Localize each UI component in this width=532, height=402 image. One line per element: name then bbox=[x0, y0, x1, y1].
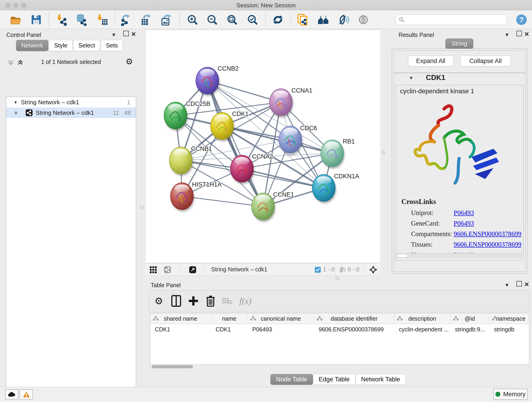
function-builder-icon[interactable]: f(x) bbox=[239, 294, 252, 307]
network-node-CCNB2[interactable]: CCNB2 bbox=[196, 65, 239, 96]
network-node-CDK1[interactable]: CDK1 bbox=[210, 110, 249, 141]
zoom-selected-icon[interactable] bbox=[246, 13, 259, 26]
network-collection-row[interactable]: ▾ String Network – cdk1 1 bbox=[6, 97, 136, 108]
table-hscrollbar[interactable] bbox=[150, 364, 529, 369]
network-node-RB1[interactable]: RB1 bbox=[321, 138, 355, 169]
network-node-CCNA2[interactable]: CCNA2 bbox=[230, 153, 273, 184]
bottom-splitter-handle[interactable] bbox=[336, 277, 340, 280]
crosslink-value-link[interactable]: P06493 bbox=[454, 220, 474, 227]
table-panel-float-icon[interactable] bbox=[516, 281, 522, 287]
table-cell[interactable]: 9606.ENSP00000378699 bbox=[314, 324, 394, 335]
table-cell[interactable]: CDK1 bbox=[211, 324, 248, 335]
expand-all-button[interactable]: Expand All bbox=[408, 56, 453, 66]
column-header-description[interactable]: description bbox=[394, 313, 450, 324]
change-species-icon[interactable] bbox=[317, 13, 330, 26]
separator bbox=[363, 263, 364, 276]
open-in-browser-icon[interactable] bbox=[189, 266, 196, 274]
search-input[interactable] bbox=[405, 16, 507, 23]
zoom-in-icon[interactable] bbox=[186, 13, 199, 26]
import-network-database-icon[interactable] bbox=[75, 13, 88, 26]
import-table-file-icon[interactable] bbox=[95, 13, 109, 26]
network-canvas[interactable]: CCNB2CCNA1CDC25BCDK1CDC6RB1CCNB1CCNA2CDK… bbox=[145, 30, 381, 263]
set-confidence-icon[interactable] bbox=[357, 13, 370, 26]
zoom-fit-icon[interactable] bbox=[225, 13, 239, 26]
left-splitter-handle[interactable] bbox=[140, 206, 144, 209]
table-settings-gear-icon[interactable]: ⚙ bbox=[152, 294, 165, 307]
column-header-shared-name[interactable]: shared name bbox=[150, 313, 211, 324]
tab-network-table[interactable]: Network Table bbox=[355, 374, 406, 385]
zoom-out-icon[interactable] bbox=[206, 13, 219, 26]
table-cell[interactable]: P06493 bbox=[248, 324, 314, 335]
collection-expand-icon[interactable]: ▾ bbox=[14, 99, 17, 105]
tab-select[interactable]: Select bbox=[73, 40, 100, 51]
pan-mode-icon[interactable] bbox=[369, 266, 377, 274]
open-session-icon[interactable] bbox=[9, 13, 23, 26]
table-cell[interactable]: CDK1 bbox=[150, 324, 211, 335]
crosslink-value-link[interactable]: P06493 bbox=[454, 209, 474, 217]
export-image-icon[interactable] bbox=[160, 13, 173, 26]
control-panel-close-icon[interactable]: ✕ bbox=[131, 31, 136, 38]
tab-network[interactable]: Network bbox=[16, 40, 48, 51]
results-hscroll-thumb[interactable] bbox=[397, 254, 408, 258]
control-panel-menu-icon[interactable]: ▾ bbox=[112, 31, 115, 38]
collapse-all-button[interactable]: Collapse All bbox=[460, 56, 511, 66]
memory-button[interactable]: Memory bbox=[493, 389, 528, 400]
column-header-namespace[interactable]: namespace bbox=[489, 313, 529, 324]
column-header-name[interactable]: name bbox=[211, 313, 248, 324]
help-icon[interactable]: ? bbox=[515, 13, 528, 26]
control-panel-float-icon[interactable] bbox=[123, 31, 129, 36]
refresh-icon[interactable] bbox=[271, 13, 285, 26]
network-node-CDKN1A[interactable]: CDKN1A bbox=[312, 173, 359, 203]
right-splitter-handle[interactable] bbox=[382, 151, 385, 154]
network-options-gear-icon[interactable]: ⚙ bbox=[126, 57, 133, 66]
tab-edge-table[interactable]: Edge Table bbox=[313, 374, 355, 385]
tab-node-table[interactable]: Node Table bbox=[270, 374, 313, 385]
network-row-selected[interactable]: String Network – cdk1 11 48 bbox=[6, 108, 136, 118]
results-hscrollbar[interactable] bbox=[396, 253, 523, 258]
column-header-database-identifier[interactable]: database identifier bbox=[314, 313, 394, 324]
network-node-CDC25B[interactable]: CDC25B bbox=[164, 100, 210, 131]
gene-collapse-icon[interactable]: ▾ bbox=[410, 75, 412, 81]
create-column-icon[interactable] bbox=[187, 294, 200, 307]
results-panel-close-icon[interactable]: ✕ bbox=[524, 31, 529, 38]
export-network-icon[interactable] bbox=[119, 13, 133, 26]
network-node-CCNE1[interactable]: CCNE1 bbox=[252, 191, 294, 222]
birds-eye-view-icon[interactable] bbox=[150, 266, 157, 274]
delete-table-icon[interactable] bbox=[221, 294, 234, 307]
table-panel-close-icon[interactable]: ✕ bbox=[524, 281, 529, 288]
table-cell[interactable]: cyclin-dependent ... bbox=[394, 324, 450, 335]
show-columns-icon[interactable] bbox=[170, 294, 183, 307]
table-panel-menu-icon[interactable]: ▾ bbox=[505, 281, 508, 288]
crosslink-value-link[interactable]: 9606.ENSP00000378699 bbox=[454, 230, 521, 238]
tab-style[interactable]: Style bbox=[49, 40, 73, 51]
column-header--id[interactable]: @id bbox=[450, 313, 489, 324]
tab-sets[interactable]: Sets bbox=[101, 40, 123, 51]
column-header-canonical-name[interactable]: canonical name bbox=[248, 313, 314, 324]
network-node-HIST1H1A[interactable]: HIST1H1A bbox=[171, 181, 222, 211]
network-node-CCNB1[interactable]: CCNB1 bbox=[169, 145, 212, 176]
string-view-icon[interactable] bbox=[164, 266, 171, 274]
export-table-icon[interactable] bbox=[139, 13, 152, 26]
collapse-all-tree-icon[interactable] bbox=[7, 60, 14, 67]
enhance-annotations-icon[interactable] bbox=[337, 13, 350, 26]
delete-column-icon[interactable] bbox=[204, 294, 217, 307]
network-node-CCNA1[interactable]: CCNA1 bbox=[269, 87, 312, 118]
results-panel-float-icon[interactable] bbox=[516, 31, 522, 36]
selected-checkbox-icon[interactable] bbox=[315, 267, 321, 274]
table-row[interactable]: CDK1CDK1P064939606.ENSP00000378699cyclin… bbox=[150, 324, 529, 335]
expand-all-tree-icon[interactable] bbox=[17, 60, 24, 67]
save-session-icon[interactable] bbox=[30, 13, 43, 26]
string-import-icon[interactable] bbox=[296, 13, 310, 26]
import-network-file-icon[interactable] bbox=[55, 13, 69, 26]
table-cell[interactable]: stringdb:9... bbox=[450, 324, 489, 335]
table-hscroll-thumb[interactable] bbox=[152, 365, 193, 368]
network-node-CDC6[interactable]: CDC6 bbox=[279, 125, 317, 155]
separator bbox=[204, 263, 204, 276]
table-cell[interactable]: stringdb bbox=[489, 324, 529, 335]
cloud-status-button[interactable] bbox=[5, 389, 18, 400]
results-panel-menu-icon[interactable]: ▾ bbox=[505, 31, 508, 38]
network-current-dot-icon bbox=[14, 111, 17, 114]
warnings-button[interactable] bbox=[20, 389, 33, 400]
tab-string[interactable]: String bbox=[445, 38, 473, 49]
crosslink-value-link[interactable]: 9606.ENSP00000378699 bbox=[454, 241, 521, 248]
